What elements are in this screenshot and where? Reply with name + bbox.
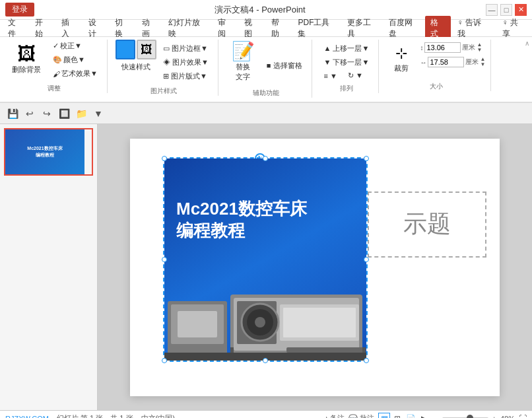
ribbon-group-assist: 📝 替换文字 ■ 选择窗格 辅助功能	[224, 40, 312, 98]
rotate-btn[interactable]: ↻ ▼	[344, 70, 367, 81]
correct-btn[interactable]: ✓ 校正▼	[49, 40, 102, 52]
zoom-thumb	[467, 415, 473, 419]
group-imgstyle-label: 图片样式	[150, 84, 177, 96]
close-btn[interactable]: ✕	[515, 4, 527, 16]
slide-image-box[interactable]: Mc2021数控车床编程教程	[163, 157, 368, 362]
menu-bar: 文件 开始 插入 设计 切换 动画 幻灯片放映 审阅 视图 帮助 PDF工具集 …	[0, 20, 532, 37]
slide-thumb-img: Mc2021数控车床编程教程	[5, 129, 84, 174]
main-area: 1 Mc2021数控车床编程教程 ↻ Mc2021数控车床编程教程	[0, 124, 532, 410]
save-btn[interactable]: 💾	[5, 106, 20, 121]
move-down-btn[interactable]: ▼ 下移一层▼	[320, 56, 374, 69]
art-effect-btn[interactable]: 🖌 艺术效果▼	[49, 67, 102, 80]
ribbon-group-imgstyle: 🖼 快速样式 ▭ 图片边框▼ ◈ 图片效果▼ ⊞ 图片版式▼ 图片样式	[113, 40, 218, 96]
view-sort-btn[interactable]: ⊞	[391, 413, 403, 419]
handle-mr[interactable]	[364, 257, 369, 262]
canvas-area: ↻ Mc2021数控车床编程教程	[98, 124, 532, 410]
window-title: 演示文稿4 - PowerPoint	[34, 4, 486, 16]
status-bar: RJZXW.COM 幻灯片 第 1 张，共 1 张 中文(中国) ♪ 备注 💬 …	[0, 410, 532, 418]
svg-rect-11	[286, 347, 366, 353]
img-effect-btn[interactable]: ◈ 图片效果▼	[159, 56, 213, 69]
machine-svg	[164, 281, 366, 361]
height-input[interactable]	[424, 42, 461, 53]
height-input-group: ↕ 厘米 ▲▼	[420, 42, 485, 53]
quick-style-preview[interactable]	[116, 40, 135, 59]
width-arrow-icon: ↔	[420, 59, 426, 66]
undo-btn[interactable]: ↩	[22, 106, 37, 121]
view-reading-btn[interactable]: 📄	[405, 413, 416, 419]
notes-btn[interactable]: ♪ 备注	[324, 413, 345, 418]
open-btn[interactable]: 📁	[74, 106, 88, 121]
website-label: RJZXW.COM	[5, 415, 49, 419]
group-assist-label: 辅助功能	[253, 86, 279, 98]
zoom-plus-btn[interactable]: +	[492, 415, 496, 419]
handle-tr[interactable]	[364, 156, 369, 161]
ribbon-group-size: ⊹ 裁剪 ↕ 厘米 ▲▼ ↔ 厘米 ▲▼ 大小	[384, 40, 491, 91]
slide-bg: Mc2021数控车床编程教程	[164, 158, 366, 361]
remove-bg-icon: 🖼	[17, 45, 36, 63]
slide-thumbnail-1[interactable]: Mc2021数控车床编程教程	[4, 128, 93, 176]
handle-bl[interactable]	[162, 358, 167, 363]
title-login-btn[interactable]: 登录	[5, 3, 34, 17]
handle-bm[interactable]	[263, 358, 268, 363]
view-normal-btn[interactable]: ▦	[378, 413, 390, 419]
width-input-group: ↔ 厘米 ▲▼	[420, 57, 485, 67]
height-spin[interactable]: ▲▼	[477, 42, 482, 53]
style-preview-2[interactable]: 🖼	[137, 40, 156, 59]
ribbon-group-adjust: 🖼 删除背景 ✓ 校正▼ 🎨 颜色▼ 🖌 艺术效果▼ 调整	[4, 40, 108, 93]
window-controls: — □ ✕	[486, 4, 527, 16]
height-arrow-icon: ↕	[420, 44, 423, 52]
handle-tm[interactable]	[263, 156, 268, 161]
crop-btn[interactable]: ⊹ 裁剪	[387, 42, 416, 76]
zoom-minus-btn[interactable]: −	[434, 415, 438, 419]
view-slideshow-btn[interactable]: ▶	[418, 413, 430, 419]
slide-image-inner: Mc2021数控车床编程教程	[164, 158, 366, 361]
minimize-btn[interactable]: —	[486, 4, 498, 16]
width-spin[interactable]: ▲▼	[480, 57, 485, 67]
group-arrange-label: 排列	[340, 81, 353, 93]
comments-btn[interactable]: 💬 批注	[349, 413, 374, 418]
login-button[interactable]: 登录	[5, 3, 34, 17]
group-adjust-label: 调整	[48, 81, 61, 93]
select-window-btn[interactable]: ■ 选择窗格	[263, 59, 306, 72]
slide-main-text: Mc2021数控车床编程教程	[176, 198, 307, 243]
new-slide-btn[interactable]: 🔲	[57, 106, 71, 121]
placeholder-text: 示题	[403, 208, 451, 240]
handle-br[interactable]	[364, 358, 369, 363]
width-unit: 厘米	[465, 57, 479, 67]
slide-canvas[interactable]: ↻ Mc2021数控车床编程教程	[130, 139, 500, 396]
text-placeholder[interactable]: 示题	[368, 192, 486, 258]
maximize-btn[interactable]: □	[500, 4, 512, 16]
handle-tl[interactable]	[162, 156, 167, 161]
group-size-label: 大小	[430, 79, 443, 91]
ribbon-collapse-btn[interactable]: ∧	[525, 40, 529, 47]
lang-indicator: 中文(中国)	[141, 413, 175, 418]
ribbon-group-arrange: ▲ 上移一层▼ ▼ 下移一层▼ ≡ ▼ ↻ ▼ 排列	[317, 40, 380, 93]
slide-panel: 1 Mc2021数控车床编程教程	[0, 124, 98, 410]
crop-icon: ⊹	[395, 45, 407, 62]
replace-text-icon: 📝	[232, 42, 255, 61]
move-up-btn[interactable]: ▲ 上移一层▼	[320, 42, 374, 55]
svg-rect-10	[283, 308, 356, 337]
thumb-text: Mc2021数控车床编程教程	[26, 144, 63, 160]
slide-info-label: 幻灯片 第 1 张，共 1 张	[57, 413, 133, 418]
view-buttons: ▦ ⊞ 📄 ▶	[378, 413, 430, 419]
zoom-percent: 48%	[500, 415, 515, 419]
redo-btn[interactable]: ↪	[40, 106, 54, 121]
status-right: ♪ 备注 💬 批注 ▦ ⊞ 📄 ▶ − + 48% ⛶	[324, 413, 527, 419]
fullscreen-btn[interactable]: ⛶	[519, 414, 527, 419]
align-btn[interactable]: ≡ ▼	[320, 70, 341, 81]
slide-thumbnail-wrapper[interactable]: 1 Mc2021数控车床编程教程	[4, 128, 93, 176]
height-unit: 厘米	[462, 43, 475, 52]
svg-point-8	[255, 317, 265, 328]
img-layout-btn[interactable]: ⊞ 图片版式▼	[159, 70, 213, 83]
color-btn[interactable]: 🎨 颜色▼	[49, 53, 102, 66]
qat-more-btn[interactable]: ▼	[91, 106, 106, 121]
quick-style-btn[interactable]: 快速样式	[117, 61, 154, 73]
handle-ml[interactable]	[162, 257, 167, 262]
ribbon: 🖼 删除背景 ✓ 校正▼ 🎨 颜色▼ 🖌 艺术效果▼ 调整 🖼 快速样式 ▭ 图…	[0, 37, 532, 103]
width-input[interactable]	[428, 57, 464, 67]
quick-access-toolbar: 💾 ↩ ↪ 🔲 📁 ▼	[0, 103, 532, 124]
replace-text-btn[interactable]: 📝 替换文字	[226, 40, 260, 85]
img-border-btn[interactable]: ▭ 图片边框▼	[159, 42, 213, 55]
remove-bg-btn[interactable]: 🖼 删除背景	[7, 42, 46, 77]
